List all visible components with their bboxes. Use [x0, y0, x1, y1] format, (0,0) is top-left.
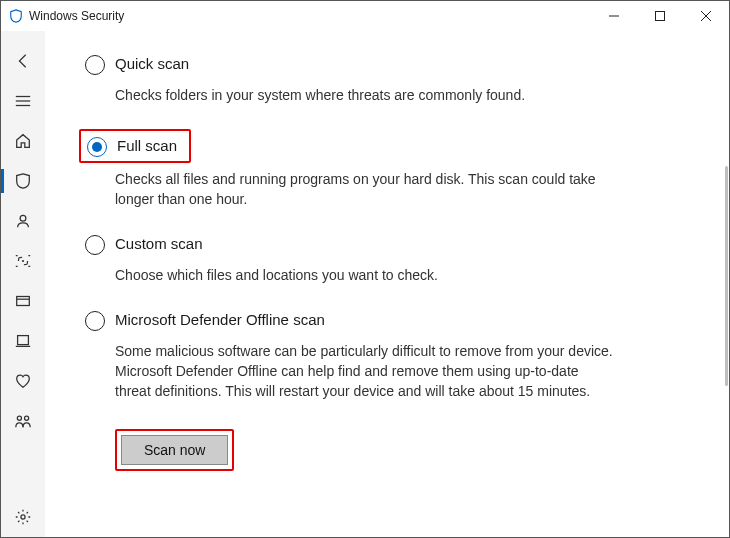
- option-full-scan[interactable]: Full scan: [85, 129, 679, 163]
- content-area: Quick scan Checks folders in your system…: [45, 31, 729, 537]
- radio-offline[interactable]: [85, 311, 105, 331]
- radio-custom[interactable]: [85, 235, 105, 255]
- maximize-button[interactable]: [637, 1, 683, 31]
- option-offline-scan[interactable]: Microsoft Defender Offline scan Some mal…: [85, 309, 679, 401]
- radio-quick[interactable]: [85, 55, 105, 75]
- svg-rect-1: [656, 12, 665, 21]
- option-quick-scan[interactable]: Quick scan Checks folders in your system…: [85, 53, 679, 105]
- close-button[interactable]: [683, 1, 729, 31]
- svg-rect-11: [18, 336, 29, 345]
- option-custom-scan[interactable]: Custom scan Choose which files and locat…: [85, 233, 679, 285]
- sidebar-item-device-performance[interactable]: [1, 361, 45, 401]
- sidebar-item-settings[interactable]: [1, 497, 45, 537]
- sidebar-item-virus-protection[interactable]: [1, 161, 45, 201]
- option-title: Custom scan: [115, 233, 438, 255]
- svg-point-13: [17, 416, 21, 420]
- sidebar: [1, 31, 45, 537]
- back-button[interactable]: [1, 41, 45, 81]
- scrollbar[interactable]: [725, 166, 728, 386]
- sidebar-item-device-security[interactable]: [1, 321, 45, 361]
- app-icon: [9, 9, 23, 23]
- sidebar-item-family-options[interactable]: [1, 401, 45, 441]
- window-title: Windows Security: [29, 9, 124, 23]
- option-desc: Choose which files and locations you wan…: [115, 265, 438, 285]
- sidebar-item-firewall[interactable]: [1, 241, 45, 281]
- svg-rect-9: [17, 297, 30, 306]
- option-title: Microsoft Defender Offline scan: [115, 309, 615, 331]
- option-title: Quick scan: [115, 53, 525, 75]
- menu-button[interactable]: [1, 81, 45, 121]
- option-desc: Checks all files and running programs on…: [115, 169, 615, 209]
- svg-point-14: [25, 416, 29, 420]
- sidebar-item-home[interactable]: [1, 121, 45, 161]
- scan-now-button[interactable]: Scan now: [121, 435, 228, 465]
- minimize-button[interactable]: [591, 1, 637, 31]
- highlight-scan-now: Scan now: [115, 429, 234, 471]
- sidebar-item-app-browser[interactable]: [1, 281, 45, 321]
- windows-security-window: Windows Security: [0, 0, 730, 538]
- svg-point-8: [22, 260, 24, 262]
- svg-point-15: [21, 515, 25, 519]
- svg-point-7: [20, 215, 26, 221]
- option-title: Full scan: [117, 135, 177, 157]
- option-desc: Checks folders in your system where thre…: [115, 85, 525, 105]
- title-bar: Windows Security: [1, 1, 729, 31]
- option-desc: Some malicious software can be particula…: [115, 341, 615, 401]
- radio-full[interactable]: [87, 137, 107, 157]
- sidebar-item-account-protection[interactable]: [1, 201, 45, 241]
- highlight-full-scan: Full scan: [79, 129, 191, 163]
